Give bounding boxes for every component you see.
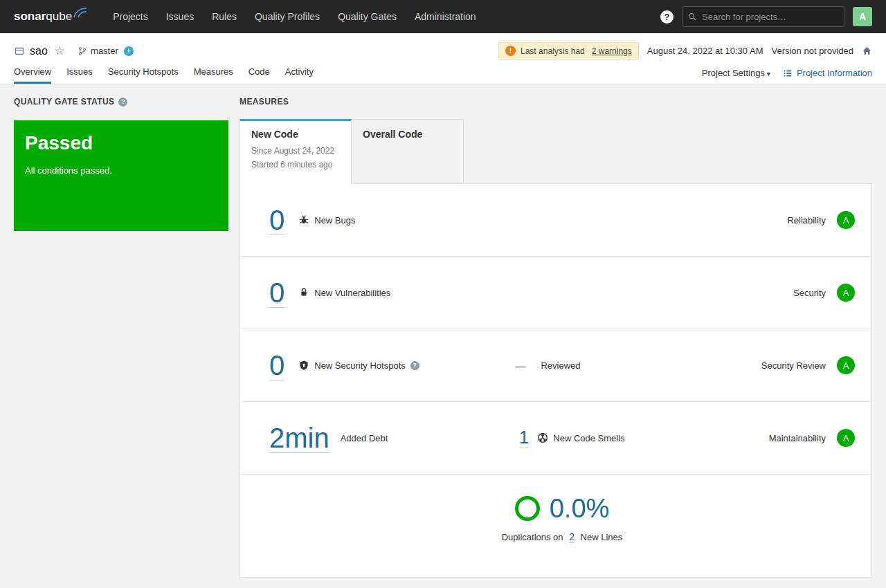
measure-row-security: 0 New Vulnerabilities Security A — [240, 257, 871, 329]
user-avatar[interactable]: A — [853, 7, 872, 26]
new-bugs-label: New Bugs — [314, 215, 355, 226]
hotspots-help-icon[interactable]: ? — [410, 361, 419, 370]
nav-quality-profiles[interactable]: Quality Profiles — [246, 0, 329, 33]
added-debt-label: Added Debt — [341, 433, 388, 443]
measure-row-maintainability: 2min Added Debt 1 New Code Smells M — [240, 402, 871, 475]
project-settings-menu[interactable]: Project Settings▾ — [702, 68, 770, 78]
quality-gate-status: Passed — [25, 132, 217, 154]
warnings-link[interactable]: 2 warnings — [592, 46, 632, 56]
nav-issues[interactable]: Issues — [157, 0, 203, 33]
tab-activity[interactable]: Activity — [285, 66, 314, 84]
project-icon — [14, 46, 25, 57]
project-information-button[interactable]: Project Information — [783, 68, 872, 78]
quality-gate-section: QUALITY GATE STATUS ? Passed All conditi… — [14, 97, 228, 231]
reliability-rating-badge[interactable]: A — [837, 211, 855, 229]
tab-measures[interactable]: Measures — [194, 66, 233, 84]
duplications-row: 0.0% Duplications on 2 New Lines — [240, 475, 871, 577]
nav-administration[interactable]: Administration — [406, 0, 485, 33]
quality-gate-status-box: Passed All conditions passed. — [14, 120, 228, 231]
favorite-star-icon[interactable]: ☆ — [55, 45, 65, 57]
home-icon[interactable] — [862, 46, 872, 56]
security-rating-badge[interactable]: A — [837, 284, 855, 302]
list-icon — [783, 68, 793, 78]
tab-code[interactable]: Code — [248, 66, 270, 84]
branch-icon — [78, 46, 87, 56]
search-icon — [687, 12, 697, 21]
warning-icon: ! — [505, 46, 516, 56]
maintainability-label: Maintainability — [769, 433, 826, 443]
duplication-ring-icon — [515, 496, 540, 521]
reviewed-value: — — [515, 360, 525, 371]
security-label: Security — [793, 288, 826, 298]
project-title-row: sao ☆ master + ! Last analysis had 2 war… — [14, 42, 872, 59]
quality-gate-title: QUALITY GATE STATUS ? — [14, 97, 228, 107]
new-code-smells-count[interactable]: 1 — [519, 428, 529, 448]
topbar: sonarqube Projects Issues Rules Quality … — [0, 0, 886, 33]
quality-gate-description: All conditions passed. — [25, 165, 217, 176]
code-smell-icon — [537, 432, 548, 443]
help-icon[interactable]: ? — [660, 10, 673, 24]
duplications-caption: Duplications on 2 New Lines — [269, 531, 855, 542]
tabs-right: Project Settings▾ Project Information — [702, 68, 872, 84]
new-code-smells-label: New Code Smells — [553, 433, 624, 443]
nav-projects[interactable]: Projects — [104, 0, 157, 33]
branch-name: master — [91, 46, 118, 56]
measures-tabs: New Code Since August 24, 2022 Started 6… — [239, 119, 872, 183]
logo-text-qube: qube — [46, 10, 72, 24]
sonarqube-logo[interactable]: sonarqube — [14, 10, 87, 24]
security-review-rating-badge[interactable]: A — [837, 356, 855, 374]
topbar-right: ? A — [660, 6, 872, 27]
version-text: Version not provided — [771, 46, 853, 56]
main-nav: Projects Issues Rules Quality Profiles Q… — [104, 0, 485, 33]
measure-row-security-review: 0 New Security Hotspots ? — Reviewed Sec… — [240, 329, 871, 402]
analysis-warning-banner: ! Last analysis had 2 warnings — [498, 42, 639, 59]
lock-icon — [298, 287, 309, 298]
project-name: sao — [30, 45, 48, 57]
nav-rules[interactable]: Rules — [203, 0, 246, 33]
new-vulnerabilities-label: New Vulnerabilities — [314, 288, 390, 298]
tab-issues[interactable]: Issues — [66, 66, 93, 84]
add-branch-icon[interactable]: + — [124, 46, 134, 56]
added-debt-value[interactable]: 2min — [269, 423, 329, 453]
new-vulnerabilities-count[interactable]: 0 — [269, 278, 284, 308]
nav-quality-gates[interactable]: Quality Gates — [329, 0, 406, 33]
search-wrap — [682, 6, 844, 27]
tab-security-hotspots[interactable]: Security Hotspots — [108, 66, 179, 84]
maintainability-rating-badge[interactable]: A — [837, 429, 855, 447]
duplications-suffix: New Lines — [581, 532, 623, 542]
reviewed-label: Reviewed — [541, 360, 580, 371]
warning-text: Last analysis had — [521, 46, 585, 56]
analysis-date: August 24, 2022 at 10:30 AM — [647, 46, 763, 56]
quality-gate-help-icon[interactable]: ? — [118, 98, 127, 107]
measures-panel: 0 New Bugs Reliability A 0 — [239, 183, 872, 578]
logo-text-sonar: sonar — [14, 10, 46, 24]
tab-new-code[interactable]: New Code Since August 24, 2022 Started 6… — [239, 119, 352, 184]
chevron-down-icon: ▾ — [767, 70, 770, 77]
new-bugs-count[interactable]: 0 — [269, 205, 284, 235]
new-security-hotspots-count[interactable]: 0 — [269, 351, 284, 380]
bug-icon — [298, 214, 309, 226]
measure-row-reliability: 0 New Bugs Reliability A — [240, 184, 871, 257]
measures-title: MEASURES — [239, 97, 872, 107]
new-code-started: Started 6 minutes ago — [251, 160, 340, 169]
tab-overall-code[interactable]: Overall Code — [352, 119, 464, 183]
reliability-label: Reliability — [787, 215, 826, 226]
project-tabs: Overview Issues Security Hotspots Measur… — [14, 66, 872, 84]
measures-section: MEASURES New Code Since August 24, 2022 … — [239, 97, 872, 578]
duplications-percent[interactable]: 0.0% — [550, 495, 610, 522]
security-review-label: Security Review — [761, 360, 826, 371]
logo-wave-icon — [73, 8, 87, 18]
new-code-since: Since August 24, 2022 — [251, 146, 340, 156]
shield-icon — [298, 360, 309, 371]
new-security-hotspots-label: New Security Hotspots — [314, 360, 406, 371]
header-meta: ! Last analysis had 2 warnings August 24… — [498, 42, 872, 59]
duplications-prefix: Duplications on — [502, 532, 563, 542]
search-input[interactable] — [682, 6, 844, 27]
tab-overview[interactable]: Overview — [14, 66, 51, 84]
project-header: sao ☆ master + ! Last analysis had 2 war… — [0, 33, 886, 84]
new-lines-count[interactable]: 2 — [569, 531, 575, 543]
